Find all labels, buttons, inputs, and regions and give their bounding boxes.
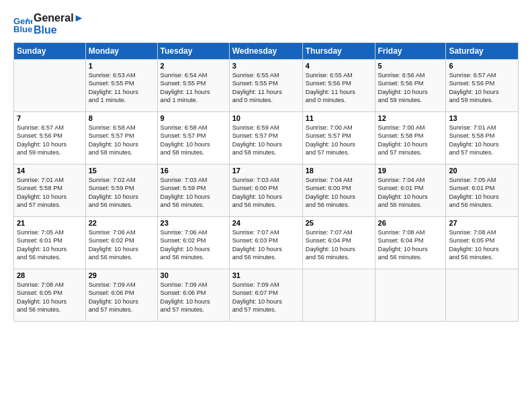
day-info: Sunrise: 7:08 AM Sunset: 6:04 PM Dayligh… — [378, 228, 443, 262]
day-number: 10 — [232, 114, 300, 122]
day-info: Sunrise: 7:05 AM Sunset: 6:01 PM Dayligh… — [17, 228, 83, 262]
calendar-cell: 12Sunrise: 7:00 AM Sunset: 5:58 PM Dayli… — [375, 111, 446, 164]
day-info: Sunrise: 7:01 AM Sunset: 5:58 PM Dayligh… — [449, 124, 515, 157]
week-row-1: 1Sunrise: 6:53 AM Sunset: 5:55 PM Daylig… — [14, 59, 519, 111]
day-info: Sunrise: 7:06 AM Sunset: 6:02 PM Dayligh… — [89, 228, 154, 262]
calendar-cell — [14, 59, 86, 111]
calendar-cell — [302, 269, 375, 321]
day-info: Sunrise: 6:56 AM Sunset: 5:56 PM Dayligh… — [378, 71, 443, 105]
weekday-wednesday: Wednesday — [229, 42, 302, 59]
day-info: Sunrise: 7:09 AM Sunset: 6:06 PM Dayligh… — [89, 281, 154, 314]
day-info: Sunrise: 7:02 AM Sunset: 5:59 PM Dayligh… — [89, 176, 154, 210]
day-info: Sunrise: 6:57 AM Sunset: 5:56 PM Dayligh… — [449, 71, 515, 105]
calendar-cell: 4Sunrise: 6:55 AM Sunset: 5:56 PM Daylig… — [302, 59, 375, 111]
day-info: Sunrise: 7:06 AM Sunset: 6:02 PM Dayligh… — [161, 228, 226, 262]
day-number: 20 — [449, 167, 515, 175]
day-number: 23 — [161, 219, 226, 227]
calendar-cell: 27Sunrise: 7:08 AM Sunset: 6:05 PM Dayli… — [446, 216, 519, 269]
weekday-saturday: Saturday — [446, 42, 519, 59]
calendar-cell: 18Sunrise: 7:04 AM Sunset: 6:00 PM Dayli… — [302, 164, 375, 216]
day-info: Sunrise: 7:04 AM Sunset: 6:00 PM Dayligh… — [306, 176, 372, 210]
day-number: 19 — [378, 167, 443, 175]
day-number: 9 — [161, 114, 226, 122]
day-number: 7 — [17, 114, 83, 122]
day-info: Sunrise: 7:03 AM Sunset: 5:59 PM Dayligh… — [161, 176, 226, 210]
calendar-table: SundayMondayTuesdayWednesdayThursdayFrid… — [13, 42, 519, 322]
calendar-cell: 20Sunrise: 7:05 AM Sunset: 6:01 PM Dayli… — [446, 164, 519, 216]
day-info: Sunrise: 7:04 AM Sunset: 6:01 PM Dayligh… — [378, 176, 443, 210]
day-number: 3 — [232, 62, 300, 70]
day-number: 18 — [306, 167, 372, 175]
day-number: 25 — [306, 219, 372, 227]
day-number: 8 — [89, 114, 154, 122]
day-info: Sunrise: 7:05 AM Sunset: 6:01 PM Dayligh… — [449, 176, 515, 210]
page: General Blue General► Blue SundayMondayT… — [0, 0, 532, 411]
day-info: Sunrise: 7:07 AM Sunset: 6:04 PM Dayligh… — [306, 228, 372, 262]
calendar-cell: 24Sunrise: 7:07 AM Sunset: 6:03 PM Dayli… — [229, 216, 302, 269]
day-number: 2 — [161, 62, 226, 70]
calendar-cell: 10Sunrise: 6:59 AM Sunset: 5:57 PM Dayli… — [229, 111, 302, 164]
day-info: Sunrise: 7:09 AM Sunset: 6:06 PM Dayligh… — [161, 281, 226, 314]
day-info: Sunrise: 7:08 AM Sunset: 6:05 PM Dayligh… — [17, 281, 83, 314]
calendar-cell: 31Sunrise: 7:09 AM Sunset: 6:07 PM Dayli… — [229, 269, 302, 321]
day-info: Sunrise: 6:54 AM Sunset: 5:55 PM Dayligh… — [161, 71, 226, 105]
day-info: Sunrise: 7:01 AM Sunset: 5:58 PM Dayligh… — [17, 176, 83, 210]
day-number: 5 — [378, 62, 443, 70]
calendar-cell: 2Sunrise: 6:54 AM Sunset: 5:55 PM Daylig… — [157, 59, 229, 111]
day-number: 28 — [17, 271, 83, 279]
day-info: Sunrise: 7:03 AM Sunset: 6:00 PM Dayligh… — [232, 176, 300, 210]
calendar-cell: 7Sunrise: 6:57 AM Sunset: 5:56 PM Daylig… — [14, 111, 86, 164]
day-number: 6 — [449, 62, 515, 70]
weekday-friday: Friday — [375, 42, 446, 59]
day-number: 13 — [449, 114, 515, 122]
calendar-cell: 5Sunrise: 6:56 AM Sunset: 5:56 PM Daylig… — [375, 59, 446, 111]
calendar-cell: 6Sunrise: 6:57 AM Sunset: 5:56 PM Daylig… — [446, 59, 519, 111]
calendar-cell — [446, 269, 519, 321]
week-row-5: 28Sunrise: 7:08 AM Sunset: 6:05 PM Dayli… — [14, 269, 519, 321]
day-number: 30 — [161, 271, 226, 279]
day-number: 22 — [89, 219, 154, 227]
day-info: Sunrise: 6:58 AM Sunset: 5:57 PM Dayligh… — [89, 124, 154, 157]
calendar-cell: 14Sunrise: 7:01 AM Sunset: 5:58 PM Dayli… — [14, 164, 86, 216]
day-number: 27 — [449, 219, 515, 227]
calendar-cell: 1Sunrise: 6:53 AM Sunset: 5:55 PM Daylig… — [85, 59, 157, 111]
day-info: Sunrise: 6:55 AM Sunset: 5:55 PM Dayligh… — [232, 71, 300, 105]
calendar-cell: 28Sunrise: 7:08 AM Sunset: 6:05 PM Dayli… — [14, 269, 86, 321]
calendar-cell: 30Sunrise: 7:09 AM Sunset: 6:06 PM Dayli… — [157, 269, 229, 321]
calendar-cell: 29Sunrise: 7:09 AM Sunset: 6:06 PM Dayli… — [85, 269, 157, 321]
day-info: Sunrise: 7:00 AM Sunset: 5:57 PM Dayligh… — [306, 124, 372, 157]
week-row-2: 7Sunrise: 6:57 AM Sunset: 5:56 PM Daylig… — [14, 111, 519, 164]
day-number: 31 — [232, 271, 300, 279]
calendar-body: 1Sunrise: 6:53 AM Sunset: 5:55 PM Daylig… — [14, 59, 519, 321]
day-number: 17 — [232, 167, 300, 175]
logo-icon: General Blue — [13, 15, 32, 34]
day-number: 4 — [306, 62, 372, 70]
day-info: Sunrise: 6:59 AM Sunset: 5:57 PM Dayligh… — [232, 124, 300, 157]
day-number: 1 — [89, 62, 154, 70]
calendar-cell: 15Sunrise: 7:02 AM Sunset: 5:59 PM Dayli… — [85, 164, 157, 216]
svg-text:Blue: Blue — [13, 24, 32, 34]
week-row-3: 14Sunrise: 7:01 AM Sunset: 5:58 PM Dayli… — [14, 164, 519, 216]
day-number: 12 — [378, 114, 443, 122]
day-number: 26 — [378, 219, 443, 227]
day-info: Sunrise: 7:08 AM Sunset: 6:05 PM Dayligh… — [449, 228, 515, 262]
calendar-cell: 3Sunrise: 6:55 AM Sunset: 5:55 PM Daylig… — [229, 59, 302, 111]
weekday-header-row: SundayMondayTuesdayWednesdayThursdayFrid… — [14, 42, 519, 59]
day-number: 21 — [17, 219, 83, 227]
calendar-cell: 25Sunrise: 7:07 AM Sunset: 6:04 PM Dayli… — [302, 216, 375, 269]
calendar-cell: 26Sunrise: 7:08 AM Sunset: 6:04 PM Dayli… — [375, 216, 446, 269]
logo: General Blue General► Blue — [13, 12, 84, 37]
calendar-cell: 11Sunrise: 7:00 AM Sunset: 5:57 PM Dayli… — [302, 111, 375, 164]
weekday-monday: Monday — [85, 42, 157, 59]
day-info: Sunrise: 6:58 AM Sunset: 5:57 PM Dayligh… — [161, 124, 226, 157]
day-number: 14 — [17, 167, 83, 175]
calendar-cell — [375, 269, 446, 321]
calendar-cell: 17Sunrise: 7:03 AM Sunset: 6:00 PM Dayli… — [229, 164, 302, 216]
day-info: Sunrise: 6:55 AM Sunset: 5:56 PM Dayligh… — [306, 71, 372, 105]
calendar-cell: 19Sunrise: 7:04 AM Sunset: 6:01 PM Dayli… — [375, 164, 446, 216]
header: General Blue General► Blue — [13, 12, 519, 37]
calendar-cell: 22Sunrise: 7:06 AM Sunset: 6:02 PM Dayli… — [85, 216, 157, 269]
day-number: 11 — [306, 114, 372, 122]
weekday-tuesday: Tuesday — [157, 42, 229, 59]
day-info: Sunrise: 7:07 AM Sunset: 6:03 PM Dayligh… — [232, 228, 300, 262]
